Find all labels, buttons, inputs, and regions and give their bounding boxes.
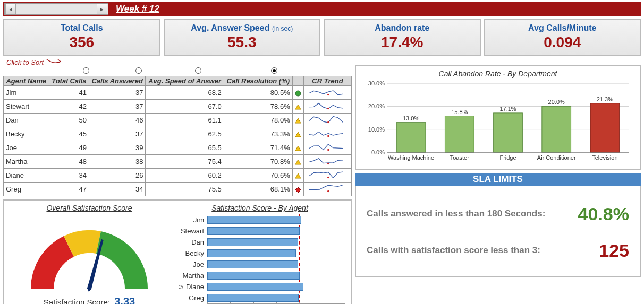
svg-marker-2 [295,105,301,109]
sat-bar-label: Joe [174,260,207,268]
col-4[interactable]: Call Resolution (%) [224,76,292,86]
svg-marker-8 [295,146,301,151]
table-row: Joe493965.571.4% [4,141,352,155]
cell-agent: Martha [4,155,49,169]
cell-total: 47 [49,183,89,196]
svg-text:13.0%: 13.0% [403,115,419,121]
cell-indicator [292,169,303,183]
kpi-abandon-rate: Abandon rate 17.4% [324,19,481,56]
sat-bar-row: Stewart [174,225,345,237]
svg-point-11 [327,163,329,165]
cell-total: 45 [49,127,89,141]
svg-text:17.1%: 17.1% [499,106,516,112]
week-next-button[interactable]: ► [97,4,107,14]
cell-indicator [292,127,303,141]
sat-bar-row: Greg [174,292,345,303]
status-icon [295,173,301,179]
table-row: Greg473475.568.1% [4,183,352,196]
col-2[interactable]: Calls Answered [89,76,146,86]
col-5[interactable] [292,76,303,86]
svg-text:15.8%: 15.8% [451,109,468,115]
sort-radio-call-resolution[interactable] [271,67,277,74]
svg-text:Fridge: Fridge [499,154,516,161]
sat-bar-label: ☺ Diane [174,283,207,291]
svg-rect-28 [445,116,474,152]
cell-answered: 39 [89,141,146,155]
status-icon [295,132,301,138]
gauge-chart [20,214,158,294]
cell-indicator [292,155,303,169]
sort-radio-total-calls[interactable] [83,67,89,74]
sat-bar-label: Jim [174,216,207,224]
kpi-value: 356 [6,34,157,51]
week-spinner[interactable]: ◄ ► [4,3,108,15]
svg-text:Washing Machine: Washing Machine [388,154,434,161]
cell-total: 50 [49,114,89,127]
sla-answered-value: 40.8% [578,204,629,224]
col-0[interactable]: Agent Name [4,76,49,86]
cell-total: 34 [49,169,89,183]
svg-text:10.0%: 10.0% [368,126,385,133]
sort-radio-speed[interactable] [195,67,201,74]
kpi-value: 17.4% [327,34,478,51]
gauge-title: Overall Satisfaction Score [10,204,169,212]
col-1[interactable]: Total Calls [49,76,89,86]
kpi-avg-answer: Avg. Answer Speed (in sec) 55.3 [164,19,321,56]
table-row: Diane342660.270.6% [4,169,352,183]
status-icon [295,118,301,124]
cell-answered: 26 [89,169,146,183]
sat-bar-row: Jim [174,214,345,225]
cell-cr: 78.0% [224,114,292,127]
svg-point-1 [327,94,329,96]
cell-cr: 68.1% [224,183,292,196]
svg-text:Air Conditioner: Air Conditioner [537,154,576,161]
sla-lowsat-label: Calls with satisfaction score less than … [367,245,594,256]
col-6[interactable]: CR Trend [303,76,351,86]
cell-trend [303,100,351,114]
cell-speed: 62.5 [146,127,224,141]
svg-marker-10 [295,160,301,164]
table-row: Martha483875.470.8% [4,155,352,169]
cell-trend [303,127,351,141]
cell-cr: 70.8% [224,155,292,169]
kpi-value: 55.3 [167,34,318,51]
cell-agent: Diane [4,169,49,183]
svg-point-9 [327,149,329,151]
status-icon [295,90,301,97]
svg-text:20.0%: 20.0% [368,103,385,109]
table-row: Dan504661.178.0% [4,114,352,127]
cell-agent: Joe [4,141,49,155]
svg-point-5 [327,121,329,124]
kpi-calls-per-minute: Avg Calls/Minute 0.094 [484,19,641,56]
sla-header: SLA LIMITS [355,173,641,186]
svg-marker-12 [295,173,301,178]
cell-total: 49 [49,141,89,155]
kpi-total-calls: Total Calls 356 [3,19,160,56]
sla-lowsat-value: 125 [599,240,629,261]
sat-bar-row: Dan [174,237,345,248]
sla-answered-label: Calls answered in less than 180 Seconds: [367,209,573,219]
cell-indicator [292,114,303,127]
cell-speed: 67.0 [146,100,224,114]
svg-point-0 [295,91,301,96]
week-bar: ◄ ► Week # 12 [3,2,641,16]
svg-marker-4 [295,118,301,123]
table-row: Becky453762.573.3% [4,127,352,141]
sat-bar-row: ☺ Diane [174,281,345,292]
abandon-title: Call Abandon Rate - By Department [361,70,634,78]
cell-agent: Greg [4,183,49,196]
svg-rect-37 [590,103,620,152]
week-track[interactable] [16,4,96,14]
kpi-title: Abandon rate [327,23,478,33]
week-prev-button[interactable]: ◄ [5,4,16,14]
kpi-title: Avg Calls/Minute [487,23,638,33]
sort-radio-calls-answered[interactable] [135,67,142,74]
cell-total: 42 [49,100,89,114]
svg-point-7 [327,135,329,137]
cell-answered: 37 [89,86,146,100]
svg-rect-31 [494,113,523,152]
sat-bar-label: Martha [174,272,207,280]
col-3[interactable]: Avg. Speed of Answer [146,76,224,86]
cell-cr: 78.6% [224,100,292,114]
week-label: Week # 12 [116,4,159,14]
